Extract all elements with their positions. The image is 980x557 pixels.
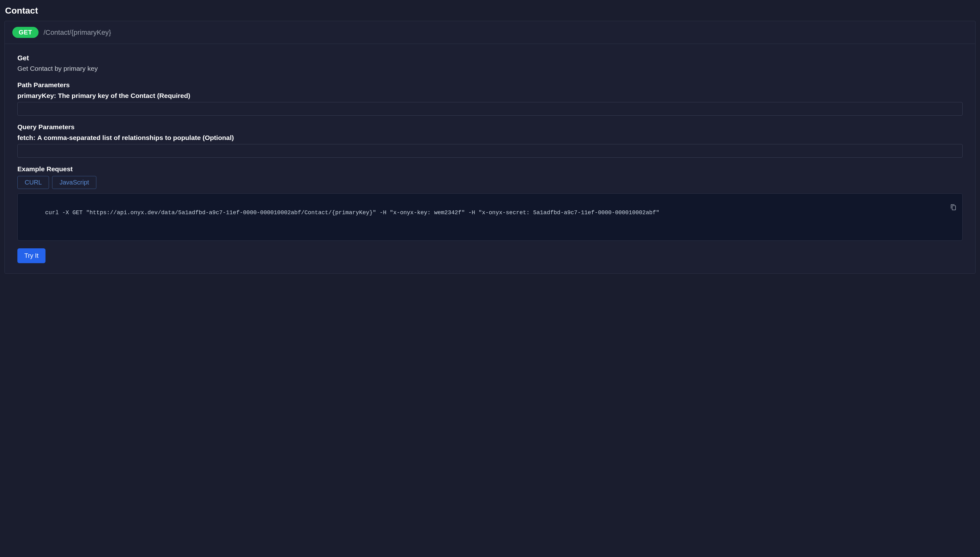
query-param-desc: A comma-separated list of relationships …: [37, 134, 234, 141]
copy-icon: [950, 204, 957, 210]
endpoint-header: GET /Contact/{primaryKey}: [5, 21, 975, 44]
code-block: curl -X GET "https://api.onyx.dev/data/5…: [17, 193, 963, 241]
code-text: curl -X GET "https://api.onyx.dev/data/5…: [45, 210, 659, 216]
example-heading: Example Request: [17, 165, 963, 173]
path-param-desc: The primary key of the Contact (Required…: [58, 92, 190, 99]
page-title: Contact: [0, 0, 980, 21]
endpoint-panel: GET /Contact/{primaryKey} Get Get Contac…: [5, 21, 975, 274]
http-method-badge: GET: [12, 27, 39, 38]
query-param-line: fetch: A comma-separated list of relatio…: [17, 134, 963, 142]
query-param-name: fetch:: [17, 134, 37, 141]
copy-button[interactable]: [939, 198, 958, 217]
tab-javascript[interactable]: JavaScript: [52, 176, 96, 189]
path-param-name: primaryKey:: [17, 92, 58, 99]
tab-curl[interactable]: CURL: [17, 176, 49, 189]
path-params-heading: Path Parameters: [17, 81, 963, 89]
summary-desc: Get Contact by primary key: [17, 65, 963, 72]
fetch-input[interactable]: [17, 144, 963, 158]
path-param-line: primaryKey: The primary key of the Conta…: [17, 92, 963, 99]
endpoint-path: /Contact/{primaryKey}: [44, 28, 111, 37]
example-tabs: CURL JavaScript: [17, 176, 963, 189]
query-params-heading: Query Parameters: [17, 123, 963, 131]
try-it-button[interactable]: Try It: [17, 248, 46, 263]
primary-key-input[interactable]: [17, 102, 963, 116]
endpoint-body: Get Get Contact by primary key Path Para…: [5, 44, 975, 273]
summary-title: Get: [17, 54, 963, 62]
